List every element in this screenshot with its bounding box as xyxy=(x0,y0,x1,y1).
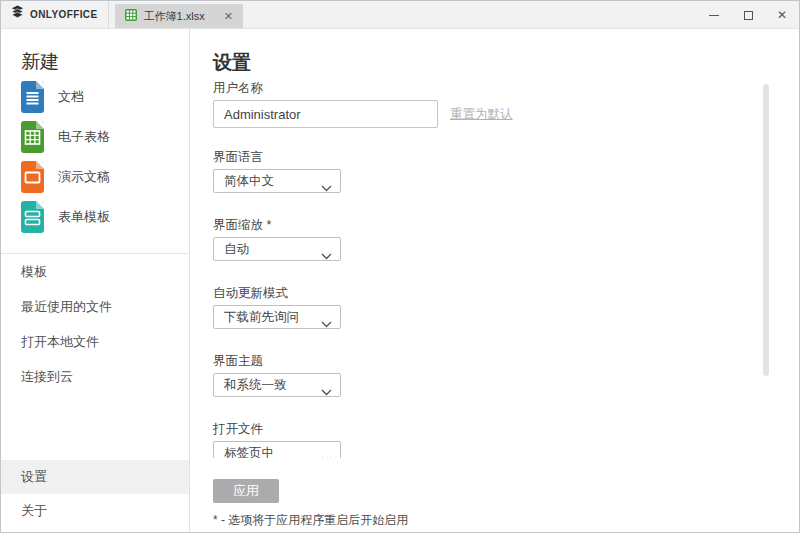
select-value: 简体中文 xyxy=(224,173,274,190)
app-logo[interactable]: ONLYOFFICE xyxy=(1,1,108,28)
interface-scaling-label: 界面缩放 * xyxy=(213,218,799,233)
window-controls: ✕ xyxy=(697,1,799,28)
create-item-label: 表单模板 xyxy=(58,208,110,226)
app-window: ONLYOFFICE 工作簿1.xlsx ✕ ✕ 新建 xyxy=(0,0,800,533)
username-label: 用户名称 xyxy=(213,81,799,96)
chevron-down-icon xyxy=(321,178,332,196)
maximize-button[interactable] xyxy=(731,1,765,29)
close-button[interactable]: ✕ xyxy=(765,1,799,29)
presentation-icon xyxy=(21,161,44,193)
sidebar-item-new-presentation[interactable]: 演示文稿 xyxy=(1,157,189,197)
select-value: 自动 xyxy=(224,241,249,258)
form-template-icon xyxy=(21,201,44,233)
reset-to-default-link[interactable]: 重置为默认 xyxy=(450,106,513,123)
sidebar-item-connect-to-cloud[interactable]: 连接到云 xyxy=(1,359,189,394)
interface-language-select[interactable]: 简体中文 xyxy=(213,169,341,193)
select-value: 标签页中 xyxy=(224,445,274,459)
spreadsheet-grid-icon xyxy=(125,7,137,25)
minimize-button[interactable] xyxy=(697,1,731,29)
maximize-icon xyxy=(744,11,753,20)
apply-button[interactable]: 应用 xyxy=(213,479,279,503)
page-title: 设置 xyxy=(213,51,799,75)
sidebar-item-new-form-template[interactable]: 表单模板 xyxy=(1,197,189,237)
sidebar-item-templates[interactable]: 模板 xyxy=(1,254,189,289)
select-value: 下载前先询问 xyxy=(224,309,299,326)
interface-theme-select[interactable]: 和系统一致 xyxy=(213,373,341,397)
sidebar: 新建 文档 电子表格 xyxy=(1,29,190,532)
chevron-down-icon xyxy=(321,246,332,264)
select-value: 和系统一致 xyxy=(224,377,287,394)
interface-language-label: 界面语言 xyxy=(213,150,799,165)
sidebar-item-new-document[interactable]: 文档 xyxy=(1,77,189,117)
chevron-down-icon xyxy=(321,314,332,332)
settings-scroll-area: 设置 用户名称 重置为默认 界面语言 简体中文 界面缩放 * 自动 xyxy=(190,29,799,458)
settings-panel: 设置 用户名称 重置为默认 界面语言 简体中文 界面缩放 * 自动 xyxy=(190,29,799,532)
sidebar-bottom: 设置 关于 xyxy=(1,460,189,528)
sidebar-item-settings[interactable]: 设置 xyxy=(1,460,189,494)
sidebar-item-open-local-file[interactable]: 打开本地文件 xyxy=(1,324,189,359)
interface-theme-label: 界面主题 xyxy=(213,354,799,369)
open-file-select[interactable]: 标签页中 xyxy=(213,441,341,458)
chevron-down-icon xyxy=(321,450,332,458)
username-row: 重置为默认 xyxy=(213,100,799,128)
create-item-label: 文档 xyxy=(58,88,84,106)
username-input[interactable] xyxy=(213,100,438,128)
sidebar-item-new-spreadsheet[interactable]: 电子表格 xyxy=(1,117,189,157)
minimize-icon xyxy=(709,15,719,16)
tab-close-icon[interactable]: ✕ xyxy=(224,11,233,22)
open-file-label: 打开文件 xyxy=(213,422,799,437)
update-mode-select[interactable]: 下载前先询问 xyxy=(213,305,341,329)
tab-title: 工作簿1.xlsx xyxy=(144,9,205,24)
create-item-label: 电子表格 xyxy=(58,128,110,146)
vertical-scrollbar[interactable] xyxy=(763,84,769,376)
restart-footnote: * - 选项将于应用程序重启后开始启用 xyxy=(213,512,799,529)
settings-footer: 应用 * - 选项将于应用程序重启后开始启用 xyxy=(190,458,799,529)
create-heading: 新建 xyxy=(21,49,189,75)
onlyoffice-logo-icon xyxy=(10,5,25,24)
sidebar-item-recent-files[interactable]: 最近使用的文件 xyxy=(1,289,189,324)
chevron-down-icon xyxy=(321,382,332,400)
document-tab[interactable]: 工作簿1.xlsx ✕ xyxy=(115,4,243,28)
titlebar: ONLYOFFICE 工作簿1.xlsx ✕ ✕ xyxy=(1,1,799,29)
close-icon: ✕ xyxy=(777,9,787,21)
create-item-label: 演示文稿 xyxy=(58,168,110,186)
titlebar-separator xyxy=(108,1,109,29)
interface-scaling-select[interactable]: 自动 xyxy=(213,237,341,261)
document-icon xyxy=(21,81,44,113)
update-mode-label: 自动更新模式 xyxy=(213,286,799,301)
brand-text: ONLYOFFICE xyxy=(30,9,98,20)
sidebar-item-about[interactable]: 关于 xyxy=(1,494,189,528)
spreadsheet-icon xyxy=(21,121,44,153)
